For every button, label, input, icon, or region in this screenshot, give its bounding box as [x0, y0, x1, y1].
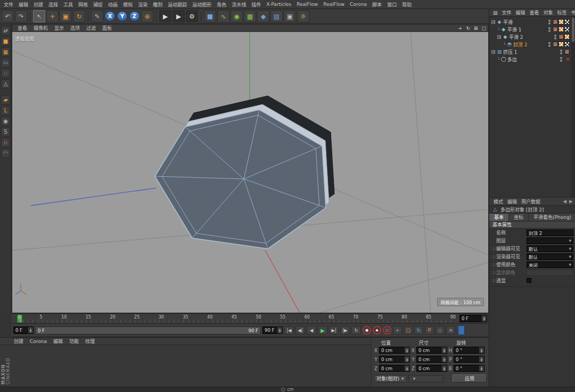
size-y-field[interactable]: 0 cm▲▼: [416, 356, 447, 363]
size-z-field[interactable]: 0 cm▲▼: [416, 365, 447, 372]
stepper-arrows-icon[interactable]: ▲▼: [405, 365, 409, 371]
visibility-dots[interactable]: [548, 20, 551, 24]
key-pla-toggle[interactable]: ◇: [436, 326, 445, 334]
scrollbar-thumb[interactable]: [572, 18, 574, 42]
mat-menu-item[interactable]: 纹理: [82, 338, 98, 345]
object-row[interactable]: └ ◯ 多边 ×: [489, 55, 575, 63]
menubar-item[interactable]: 编辑: [16, 1, 31, 8]
history-back-icon[interactable]: ◀: [563, 199, 566, 204]
name-input[interactable]: 封顶 2: [527, 230, 573, 236]
mat-menu-item[interactable]: 创建: [11, 338, 27, 345]
visibility-dots[interactable]: [554, 35, 556, 39]
object-row-selected[interactable]: └ ◓ 封顶 2: [489, 40, 575, 48]
menubar-item[interactable]: 捕捉: [91, 1, 105, 8]
goto-start-button[interactable]: |◀: [284, 326, 294, 334]
undo-button[interactable]: ↶: [2, 10, 14, 22]
keyframe-circle-icon[interactable]: ○: [491, 247, 496, 251]
prev-key-button[interactable]: ◀|: [295, 326, 305, 334]
viewport-canvas[interactable]: 透视视图 网格间距 : 100 cm: [12, 32, 488, 313]
rotation-p-field[interactable]: 0 °▲▼: [454, 356, 484, 363]
menubar-item[interactable]: 雕刻: [150, 1, 165, 8]
mat-menu-item[interactable]: Corona: [27, 339, 50, 344]
z-axis-lock-button[interactable]: Z: [129, 11, 139, 21]
object-tree-scrollbar[interactable]: [571, 17, 575, 197]
preview-range-slider[interactable]: 0 F 90 F: [35, 326, 261, 334]
stepper-arrows-icon[interactable]: ▲▼: [405, 347, 409, 353]
menubar-item[interactable]: 插件: [249, 1, 264, 8]
om-menu-item[interactable]: 书签: [569, 9, 575, 16]
texture-tag-icon[interactable]: [564, 27, 570, 32]
menubar-item[interactable]: RealFlow: [321, 2, 347, 7]
history-forward-icon[interactable]: ▶: [569, 199, 573, 204]
menubar-item[interactable]: 选择: [46, 1, 61, 8]
rotate-tool-button[interactable]: ↻: [73, 10, 85, 22]
tab-basic[interactable]: 基本: [489, 214, 509, 221]
om-menu-item[interactable]: 文件: [500, 9, 514, 16]
pan-view-icon[interactable]: +: [458, 26, 463, 31]
add-cube-button[interactable]: ■: [204, 10, 216, 22]
texture-tag-icon[interactable]: [564, 19, 570, 24]
viewport-label[interactable]: 透视视图: [15, 35, 34, 42]
y-axis-lock-button[interactable]: Y: [117, 11, 127, 21]
next-key-button[interactable]: |▶: [340, 326, 350, 334]
zoom-view-icon[interactable]: ⊞: [474, 26, 478, 31]
add-light-button[interactable]: ☼: [297, 10, 309, 22]
phong-tag-icon[interactable]: [553, 27, 558, 32]
visibility-dots[interactable]: [560, 57, 562, 62]
snap-keyframe-button[interactable]: ∩: [446, 326, 455, 334]
timeline-panel-button[interactable]: [458, 325, 465, 335]
object-row[interactable]: ◆ 平滑: [489, 18, 575, 26]
viewport-menu-item[interactable]: 摄像机: [30, 24, 51, 31]
add-environment-button[interactable]: ▤: [270, 10, 283, 22]
menubar-item[interactable]: 窗口: [384, 1, 399, 8]
prev-frame-button[interactable]: ◀: [307, 326, 316, 334]
next-frame-button[interactable]: ▶|: [329, 326, 339, 334]
rotation-h-field[interactable]: 0 °▲▼: [454, 347, 484, 354]
key-scale-toggle[interactable]: ▢: [404, 326, 413, 334]
add-mograph-button[interactable]: ▦: [244, 10, 256, 22]
object-row[interactable]: ▧ 挤压 1: [489, 48, 575, 55]
render-visibility-dropdown[interactable]: 默认▼: [527, 254, 573, 260]
enable-axis-button[interactable]: L: [1, 106, 10, 115]
menubar-item[interactable]: 运动图形: [190, 1, 214, 8]
key-position-toggle[interactable]: +: [393, 326, 402, 334]
snap-toggle-button[interactable]: S: [1, 127, 10, 136]
viewport-menu-item[interactable]: 查看: [14, 24, 30, 31]
render-view-button[interactable]: ▶: [159, 10, 171, 22]
om-menu-item[interactable]: 对象: [541, 9, 555, 16]
texture-tag-icon[interactable]: [558, 19, 564, 24]
mat-menu-item[interactable]: 功能: [66, 338, 82, 345]
edges-mode-button[interactable]: △: [1, 79, 10, 88]
section-header-basic-properties[interactable]: 基本属性: [489, 222, 575, 228]
live-selection-button[interactable]: ↖: [33, 10, 45, 22]
stepper-arrows-icon[interactable]: ▲▼: [482, 315, 487, 322]
menubar-item[interactable]: 工具: [61, 1, 76, 8]
menubar-item[interactable]: 渲染: [135, 1, 150, 8]
attr-menu-item[interactable]: 模式: [491, 198, 505, 205]
visibility-dots[interactable]: [548, 42, 551, 47]
expander-icon[interactable]: [491, 50, 495, 54]
points-mode-button[interactable]: ∷: [1, 69, 10, 78]
menubar-item[interactable]: X-Particles: [264, 2, 294, 7]
current-frame-field[interactable]: 0 F▲▼: [13, 326, 34, 334]
coordinate-mode-dropdown[interactable]: 对象(相对)▼: [374, 375, 407, 382]
menubar-item[interactable]: 帮助: [399, 1, 414, 8]
texture-tag-icon[interactable]: [564, 42, 570, 47]
panel-grid-icon[interactable]: ▤: [491, 10, 500, 15]
position-y-field[interactable]: 0 cm▲▼: [379, 356, 410, 363]
menubar-item[interactable]: RealFlow: [294, 2, 321, 7]
stepper-arrows-icon[interactable]: ▲▼: [28, 327, 33, 333]
move-tool-button[interactable]: +: [46, 10, 59, 22]
stepper-arrows-icon[interactable]: ▲▼: [405, 356, 409, 362]
stepper-arrows-icon[interactable]: ▲▼: [479, 356, 484, 362]
key-parameter-toggle[interactable]: P: [425, 326, 434, 334]
object-row[interactable]: └ ◆ 平滑 1: [489, 26, 575, 33]
brush-tool-button[interactable]: ✎: [91, 10, 103, 22]
key-rotation-toggle[interactable]: ↻: [414, 326, 423, 334]
tab-phong[interactable]: 平滑着色(Phong): [529, 214, 575, 221]
viewport-menu-item[interactable]: 过滤: [83, 24, 99, 31]
menubar-item[interactable]: 脚本: [369, 1, 384, 8]
menubar-item[interactable]: 模拟: [120, 1, 135, 8]
editor-visibility-dropdown[interactable]: 默认▼: [527, 246, 573, 252]
menubar-item[interactable]: 网格: [76, 1, 91, 8]
